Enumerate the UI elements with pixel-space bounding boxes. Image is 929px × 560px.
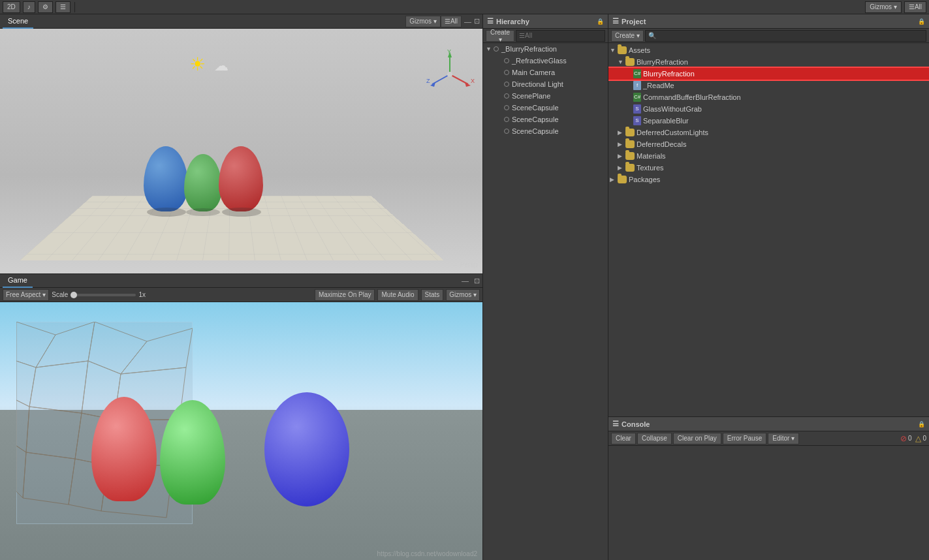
svg-marker-23 (23, 452, 75, 505)
tree-label: CommandBufferBlurRefraction (643, 93, 741, 101)
project-panel-icon: ☰ (612, 17, 619, 25)
game-minimize-icon[interactable]: — (462, 277, 469, 285)
free-aspect-btn[interactable]: Free Aspect ▾ (3, 289, 49, 301)
stats-btn[interactable]: Stats (421, 289, 444, 301)
project-panel: ☰ Project 🔒 Create ▾ ▼ Assets (608, 14, 929, 416)
sun-icon: ☀ (189, 54, 206, 75)
console-editor-btn[interactable]: Editor ▾ (768, 433, 799, 444)
tree-label: Textures (637, 164, 664, 172)
scale-slider-thumb[interactable] (71, 292, 77, 298)
shadow-green (186, 208, 220, 216)
hierarchy-item-scenecapsule2[interactable]: SceneCapsule (483, 114, 608, 125)
arrow-icon: ▼ (486, 46, 494, 52)
mute-audio-btn[interactable]: Mute Audio (377, 289, 418, 301)
hierarchy-search-input[interactable] (516, 30, 605, 42)
svg-marker-19 (26, 407, 82, 459)
console-toolbar: Clear Collapse Clear on Play Error Pause… (608, 431, 929, 446)
tree-item-textures[interactable]: ▶ Textures (608, 162, 929, 174)
game-view: https://blog.csdn.net/wodownload2 (0, 302, 482, 560)
hierarchy-item-scenecapsule1[interactable]: SceneCapsule (483, 102, 608, 114)
tree-label: DeferredDecals (637, 140, 686, 148)
tree-label: Assets (629, 46, 650, 54)
tree-item-deferreddecals[interactable]: ▶ DeferredDecals (608, 138, 929, 150)
item-label: SceneCapsule (512, 116, 559, 123)
project-search-input[interactable] (645, 30, 926, 42)
hierarchy-item-maincamera[interactable]: Main Camera (483, 67, 608, 78)
console-lock-icon[interactable]: 🔒 (918, 421, 925, 428)
tree-item-deferredcustomlights[interactable]: ▶ DeferredCustomLights (608, 127, 929, 138)
project-create-btn[interactable]: Create ▾ (611, 30, 644, 42)
btn-audio[interactable]: ♪ (23, 1, 35, 13)
btn-gizmos[interactable]: Gizmos ▾ (865, 1, 902, 13)
scene-gizmo[interactable]: Y X Z (424, 48, 476, 101)
console-header: ☰ Console 🔒 (608, 417, 929, 431)
tab-scene[interactable]: Scene (3, 14, 33, 29)
tree-label: DeferredCustomLights (637, 129, 708, 136)
project-lock-icon[interactable]: 🔒 (918, 18, 925, 25)
hierarchy-lock-icon[interactable]: 🔒 (597, 18, 604, 25)
main-layout: Scene Gizmos ▾ ☰All — ⊡ (0, 14, 929, 560)
item-dot (504, 105, 509, 110)
tree-item-blurryrefraction-folder[interactable]: ▼ BlurryRefraction (608, 56, 929, 68)
folder-icon-textures (625, 164, 635, 172)
file-icon-readme: f (633, 81, 641, 90)
tree-label: BlurryRefraction (637, 58, 688, 66)
btn-layers[interactable]: ☰ (55, 1, 71, 13)
hierarchy-item-directionallight[interactable]: Directional Light (483, 78, 608, 90)
game-gizmos-btn[interactable]: Gizmos ▾ (446, 289, 480, 301)
scene-minimize-icon[interactable]: — (464, 18, 471, 25)
console-collapse-btn[interactable]: Collapse (637, 433, 672, 444)
btn-2d[interactable]: 2D (3, 1, 20, 13)
console-clear-on-play-btn[interactable]: Clear on Play (673, 433, 721, 444)
tree-item-separableblur[interactable]: S SeparableBlur (608, 115, 929, 127)
console-clear-btn[interactable]: Clear (611, 433, 636, 444)
console-error-pause-btn[interactable]: Error Pause (723, 433, 766, 444)
project-header: ☰ Project 🔒 (608, 14, 929, 29)
folder-icon-deferred1 (625, 129, 635, 136)
tab-game[interactable]: Game (3, 273, 33, 288)
tree-item-assets[interactable]: ▼ Assets (608, 44, 929, 56)
maximize-on-play-btn[interactable]: Maximize On Play (315, 289, 375, 301)
hierarchy-item-refractiveglass[interactable]: _RefractiveGlass (483, 55, 608, 67)
hierarchy-create-btn[interactable]: Create ▾ (486, 30, 514, 42)
hierarchy-item-sceneplane[interactable]: ScenePlane (483, 90, 608, 102)
game-expand-icon[interactable]: ⊡ (474, 277, 480, 285)
tree-item-blurryrefraction-cs[interactable]: C# BlurryRefraction (608, 68, 929, 80)
hierarchy-item-scenecapsule3[interactable]: SceneCapsule (483, 125, 608, 137)
toolbar-sep-1 (74, 2, 75, 12)
svg-text:X: X (471, 78, 475, 84)
tree-item-readme[interactable]: f _ReadMe (608, 80, 929, 91)
svg-point-6 (447, 72, 452, 77)
svg-marker-12 (88, 322, 147, 374)
right-panels: ☰ Hierarchy 🔒 Create ▾ ▼ _BlurryRefracti… (483, 14, 929, 560)
tree-item-packages[interactable]: ▶ Packages (608, 174, 929, 185)
item-label: _RefractiveGlass (512, 57, 567, 65)
tree-arrow-materials: ▶ (618, 153, 625, 159)
tree-arrow-blurry: ▼ (618, 59, 625, 65)
scale-slider-track[interactable] (71, 294, 136, 296)
btn-scene-gizmos[interactable]: Gizmos ▾ (405, 16, 441, 27)
item-label: Directional Light (512, 80, 563, 88)
btn-all[interactable]: ☰All (904, 1, 926, 13)
tree-item-glasswithoutgrab[interactable]: S GlassWithoutGrab (608, 103, 929, 115)
scene-expand-icon[interactable]: ⊡ (474, 17, 480, 25)
console-error-count-area: ⊘ 0 (900, 434, 912, 443)
hierarchy-panel: ☰ Hierarchy 🔒 Create ▾ ▼ _BlurryRefracti… (483, 14, 608, 560)
btn-scene-all[interactable]: ☰All (441, 16, 462, 27)
tree-label: SeparableBlur (643, 117, 689, 125)
svg-marker-18 (16, 400, 29, 452)
hierarchy-item-blurryrefraction[interactable]: ▼ _BlurryRefraction (483, 43, 608, 55)
svg-text:Y: Y (447, 48, 451, 55)
project-tree: ▼ Assets ▼ BlurryRefraction C# Bl (608, 43, 929, 416)
hierarchy-list: ▼ _BlurryRefraction _RefractiveGlass Mai… (483, 43, 608, 137)
tree-item-commandbuffer[interactable]: C# CommandBufferBlurRefraction (608, 91, 929, 103)
btn-settings[interactable]: ⚙ (38, 1, 53, 13)
tree-item-materials[interactable]: ▶ Materials (608, 150, 929, 162)
folder-icon-packages (618, 176, 627, 183)
hierarchy-header: ☰ Hierarchy 🔒 (483, 14, 608, 29)
shadow-red (222, 208, 261, 217)
scene-view: ☀ ☁ Y X (0, 29, 482, 273)
watermark: https://blog.csdn.net/wodownload2 (377, 550, 477, 557)
svg-marker-11 (36, 322, 95, 367)
item-dot (504, 70, 509, 75)
